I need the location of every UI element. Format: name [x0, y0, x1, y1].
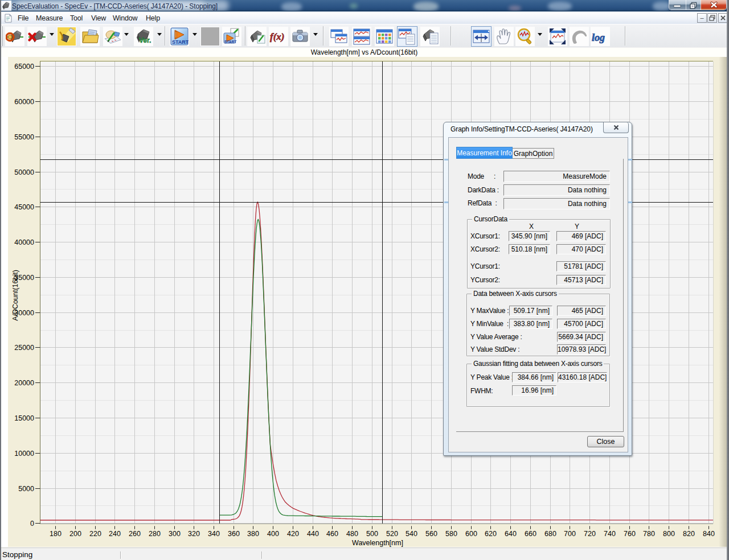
svg-text:460: 460 — [326, 530, 338, 538]
svg-text:500: 500 — [366, 530, 378, 538]
svg-text:580: 580 — [445, 530, 457, 538]
svg-text:380: 380 — [247, 530, 259, 538]
svg-text:60000: 60000 — [14, 98, 34, 106]
svg-text:600: 600 — [465, 530, 477, 538]
svg-text:50000: 50000 — [14, 168, 34, 176]
svg-text:800: 800 — [663, 530, 675, 538]
svg-text:740: 740 — [604, 530, 616, 538]
svg-text:A/DCount(16bit): A/DCount(16bit) — [11, 270, 19, 321]
svg-text:log: log — [592, 32, 605, 43]
svg-text:5000: 5000 — [18, 485, 34, 493]
svg-text:480: 480 — [346, 530, 358, 538]
svg-text:15000: 15000 — [14, 414, 34, 422]
svg-text:200: 200 — [69, 530, 81, 538]
svg-text:260: 260 — [129, 530, 141, 538]
svg-text:680: 680 — [544, 530, 556, 538]
svg-text:20000: 20000 — [14, 379, 34, 387]
svg-text:25000: 25000 — [14, 344, 34, 352]
svg-text:280: 280 — [149, 530, 161, 538]
svg-text:760: 760 — [624, 530, 636, 538]
svg-text:780: 780 — [643, 530, 655, 538]
svg-text:820: 820 — [683, 530, 695, 538]
svg-text:320: 320 — [188, 530, 200, 538]
svg-text:Wavelength[nm]: Wavelength[nm] — [352, 539, 403, 547]
svg-text:55000: 55000 — [14, 133, 34, 141]
svg-text:640: 640 — [505, 530, 517, 538]
svg-text:560: 560 — [425, 530, 437, 538]
svg-text:240: 240 — [109, 530, 121, 538]
svg-text:540: 540 — [406, 530, 417, 538]
svg-text:40000: 40000 — [14, 238, 34, 246]
svg-text:220: 220 — [89, 530, 101, 538]
svg-text:700: 700 — [564, 530, 576, 538]
svg-text:720: 720 — [584, 530, 596, 538]
svg-text:START: START — [224, 40, 236, 44]
svg-text:340: 340 — [208, 530, 220, 538]
svg-text:620: 620 — [485, 530, 497, 538]
svg-text:440: 440 — [307, 530, 319, 538]
svg-text:360: 360 — [228, 530, 240, 538]
svg-text:840: 840 — [703, 530, 715, 538]
svg-text:300: 300 — [169, 530, 181, 538]
svg-text:f(x): f(x) — [270, 31, 284, 42]
svg-text:660: 660 — [525, 530, 536, 538]
svg-text:420: 420 — [287, 530, 299, 538]
svg-text:400: 400 — [267, 530, 279, 538]
svg-text:0: 0 — [30, 520, 34, 528]
svg-text:10000: 10000 — [14, 450, 34, 458]
svg-text:START: START — [172, 39, 189, 45]
svg-text:65000: 65000 — [14, 63, 34, 71]
svg-text:520: 520 — [386, 530, 398, 538]
svg-text:180: 180 — [50, 530, 62, 538]
svg-text:45000: 45000 — [14, 203, 34, 211]
svg-text:Ver.: Ver. — [139, 36, 151, 44]
